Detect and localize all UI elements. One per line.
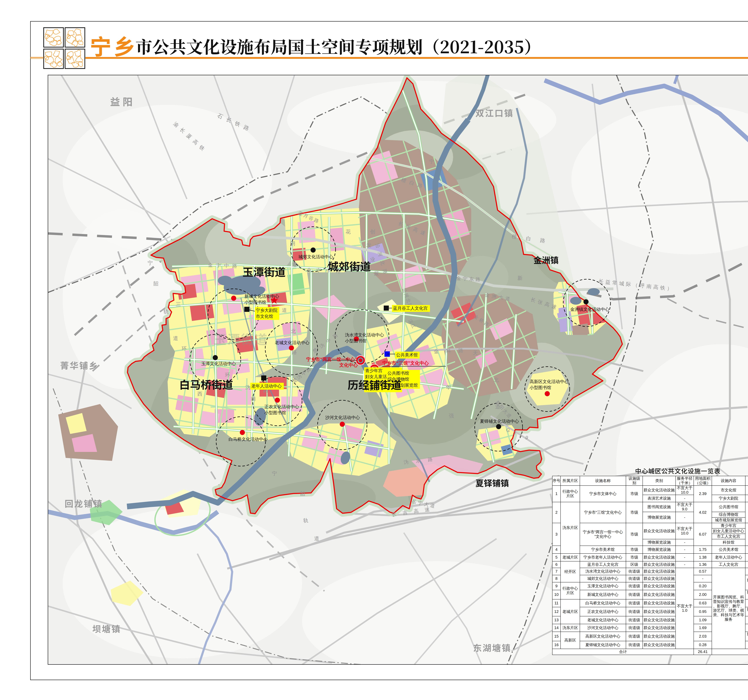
svg-text:夏铎铺文化活动中心: 夏铎铺文化活动中心 [480,419,519,424]
svg-text:金 科 路: 金 科 路 [434,347,467,354]
svg-text:小型图书馆: 小型图书馆 [345,338,367,343]
svg-text:宁: 宁 [429,159,434,164]
svg-text:蓝月谷工人文化宫: 蓝月谷工人文化宫 [393,306,428,310]
svg-text:北: 北 [291,328,296,334]
svg-text:城市规划展览馆: 城市规划展览馆 [387,383,418,388]
svg-text:沩水湾文化活动中心: 沩水湾文化活动中心 [345,332,384,337]
svg-text:公共图书馆: 公共图书馆 [388,371,409,376]
svg-text:正农文化活动中心: 正农文化活动中心 [265,404,299,409]
svg-text:道: 道 [495,404,500,409]
svg-text:宁: 宁 [147,260,153,266]
svg-text:新: 新 [517,275,523,281]
svg-text:展: 展 [374,271,379,276]
svg-text:金洲镇文化活动中心: 金洲镇文化活动中心 [570,307,609,312]
svg-text:小型图书馆: 小型图书馆 [245,300,266,305]
svg-text:韶: 韶 [300,491,305,496]
svg-text:金宁中路: 金宁中路 [208,262,240,269]
svg-text:道: 道 [314,536,319,541]
svg-text:白马桥文化活动中心: 白马桥文化活动中心 [229,437,268,441]
svg-text:高新区文化活动中心: 高新区文化活动中心 [530,379,569,384]
svg-text:小型图书馆: 小型图书馆 [530,385,551,390]
svg-text:明: 明 [290,241,295,247]
svg-text:公共美术馆: 公共美术馆 [396,353,418,357]
svg-text:小型图书馆: 小型图书馆 [265,410,286,415]
svg-text:花: 花 [345,229,351,234]
svg-text:玉潭文化活动中心: 玉潭文化活动中心 [201,361,236,366]
svg-text:环: 环 [182,345,187,352]
svg-text:宁乡大剧院: 宁乡大剧院 [256,308,278,313]
svg-text:老年人活动中心: 老年人活动中心 [251,383,282,388]
svg-text:天: 天 [473,350,478,356]
svg-text:城郊文化活动中心: 城郊文化活动中心 [298,254,333,259]
svg-text:市文化馆: 市文化馆 [256,314,273,319]
svg-text:南: 南 [251,396,256,402]
svg-text:沙河文化活动中心: 沙河文化活动中心 [325,415,360,420]
svg-text:韶: 韶 [153,281,158,286]
svg-text:新城文化活动中心: 新城文化活动中心 [245,294,279,299]
svg-text:强: 强 [449,413,454,418]
svg-text:业: 业 [370,256,375,262]
svg-text:文化中心: 文化中心 [339,362,358,368]
svg-text:华: 华 [446,384,451,390]
svg-text:宁: 宁 [272,470,277,476]
svg-text:西: 西 [197,391,202,397]
svg-text:轨: 轨 [303,517,308,523]
svg-text:青少年宫: 青少年宫 [365,368,383,373]
svg-text:沩: 沩 [245,384,251,390]
svg-text:宁乡市“两宫一馆一中心”: 宁乡市“两宫一馆一中心” [306,357,357,362]
svg-text:发: 发 [366,242,371,248]
svg-text:道: 道 [173,335,178,341]
svg-text:轨: 轨 [164,309,169,315]
svg-text:北: 北 [494,377,499,383]
svg-text:三: 三 [176,301,181,307]
svg-text:宁乡市“三馆”文化中心: 宁乡市“三馆”文化中心 [382,361,429,366]
svg-text:创: 创 [370,229,375,234]
svg-text:道: 道 [292,262,297,268]
svg-text:老城文化活动中心: 老城文化活动中心 [275,340,310,345]
svg-text:环: 环 [225,372,230,378]
